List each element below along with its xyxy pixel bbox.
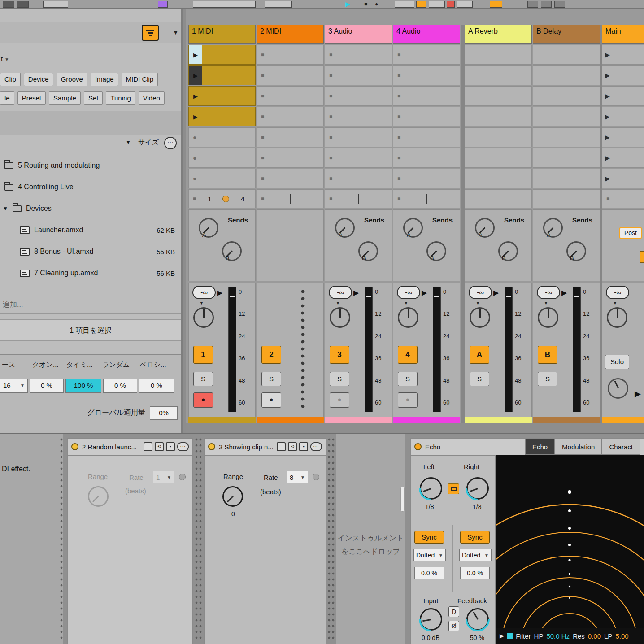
level-meter[interactable]: [505, 287, 513, 412]
input-gain-knob[interactable]: [420, 608, 442, 631]
stop-slot-icon[interactable]: ■: [261, 155, 264, 161]
scene-slot[interactable]: ▶: [602, 169, 644, 188]
filter-on-toggle[interactable]: [507, 633, 513, 639]
stop-slot-icon[interactable]: ■: [397, 93, 400, 99]
more-options-icon[interactable]: ···: [177, 442, 189, 451]
midi-arrangement-overdub-icon[interactable]: [490, 1, 502, 8]
empty-slot[interactable]: ■: [393, 148, 460, 168]
solo-button[interactable]: Solo: [605, 355, 629, 369]
global-amount-field[interactable]: 0%: [150, 406, 178, 420]
disclosure-triangle-icon[interactable]: ▼: [3, 205, 8, 212]
empty-slot[interactable]: ■: [257, 107, 324, 126]
right-sync-mode-select[interactable]: Dotted▼: [459, 549, 492, 561]
save-preset-icon[interactable]: ▪: [299, 442, 308, 451]
arrangement-view-icon[interactable]: [541, 1, 552, 8]
empty-slot[interactable]: ■: [325, 86, 392, 106]
more-options-button[interactable]: ···: [164, 137, 177, 149]
hot-swap-icon[interactable]: ⟲: [155, 442, 164, 451]
empty-slot[interactable]: ●: [188, 127, 256, 147]
stop-slot-icon[interactable]: ■: [261, 72, 264, 78]
send-a-knob[interactable]: [403, 218, 423, 238]
arm-button[interactable]: ●: [193, 392, 213, 408]
clip-launch-icon[interactable]: ▶: [189, 87, 202, 105]
track-activator-button[interactable]: 3: [330, 346, 349, 364]
clip-stop-icon[interactable]: ■: [397, 196, 400, 202]
tag-tuning[interactable]: Tuning: [106, 91, 135, 105]
stop-slot-icon[interactable]: ■: [329, 52, 332, 58]
tag-video[interactable]: Video: [139, 91, 165, 105]
tempo-field[interactable]: [43, 1, 68, 8]
left-time-knob[interactable]: [420, 477, 442, 500]
empty-slot[interactable]: ■: [393, 65, 460, 85]
stereo-link-toggle[interactable]: [448, 483, 459, 494]
pan-knob[interactable]: [398, 307, 418, 328]
rate-select[interactable]: 1▼: [153, 471, 174, 483]
clip-slot-selected[interactable]: ▶: [188, 65, 256, 85]
empty-slot[interactable]: ●: [188, 148, 256, 168]
clip-stop-icon[interactable]: ■: [329, 196, 332, 202]
volume-fader-handle[interactable]: ▶: [422, 288, 427, 297]
send-b-knob[interactable]: [498, 241, 518, 261]
range-knob[interactable]: [88, 486, 109, 507]
right-sync-button[interactable]: Sync: [460, 531, 490, 544]
groove-base-select[interactable]: 16▼: [0, 379, 28, 393]
empty-slot[interactable]: ■: [325, 127, 392, 147]
peak-level-button[interactable]: -∞: [329, 286, 352, 299]
left-time-value[interactable]: 1/8: [425, 503, 434, 510]
clip-launch-icon[interactable]: ▶: [189, 45, 202, 64]
sort-by-size-label[interactable]: サイズ: [138, 138, 159, 147]
empty-slot[interactable]: ■: [325, 148, 392, 168]
groove-random-field[interactable]: 0 %: [103, 379, 137, 393]
empty-slot[interactable]: ■: [325, 169, 392, 188]
device-on-toggle[interactable]: [414, 443, 422, 450]
record-slot-icon[interactable]: ●: [193, 175, 196, 182]
map-mode-icon[interactable]: [277, 442, 286, 451]
send-a-knob[interactable]: [199, 218, 218, 238]
device-on-toggle[interactable]: [208, 443, 215, 450]
track-status-row[interactable]: ■: [325, 189, 392, 208]
res-value[interactable]: 0.00: [588, 632, 601, 640]
device-title-bar[interactable]: 2 Random launc... ⟲ ▪ ···: [67, 438, 193, 455]
send-b-knob[interactable]: [426, 241, 446, 261]
stop-slot-icon[interactable]: ■: [397, 113, 400, 120]
track-header[interactable]: 2 MIDI: [257, 25, 324, 44]
stop-slot-icon[interactable]: ■: [261, 134, 264, 140]
empty-slot[interactable]: ■: [393, 86, 460, 106]
empty-slot[interactable]: ■: [393, 107, 460, 126]
play-icon[interactable]: ▶: [345, 0, 350, 8]
arm-button[interactable]: ●: [330, 392, 349, 408]
stop-slot-icon[interactable]: ■: [329, 134, 332, 140]
feedback-value[interactable]: 50 %: [470, 634, 484, 641]
empty-slot[interactable]: ■: [325, 45, 392, 65]
link-toggle-icon[interactable]: [3, 1, 14, 8]
scene-launch-icon[interactable]: ▶: [605, 92, 610, 100]
pan-knob[interactable]: [330, 307, 350, 328]
solo-button[interactable]: S: [470, 372, 489, 386]
session-view-icon[interactable]: [527, 1, 538, 8]
solo-button[interactable]: S: [261, 372, 281, 386]
send-b-knob[interactable]: [566, 241, 586, 261]
clip-slot[interactable]: ▶: [188, 86, 256, 106]
level-meter[interactable]: [573, 287, 581, 412]
send-a-knob[interactable]: [543, 218, 563, 238]
send-b-knob[interactable]: [222, 241, 242, 261]
rate-select[interactable]: 8▼: [287, 471, 308, 483]
tag-sample[interactable]: Sample: [49, 91, 81, 105]
pan-knob[interactable]: [607, 307, 627, 328]
empty-slot[interactable]: ■: [393, 127, 460, 147]
left-sync-mode-select[interactable]: Dotted▼: [413, 549, 446, 561]
stop-slot-icon[interactable]: ■: [261, 175, 264, 182]
level-meter[interactable]: [228, 287, 236, 412]
clip-slot[interactable]: ▶: [188, 107, 256, 126]
device-drop-area[interactable]: インストゥルメント をここへドロップ: [336, 434, 405, 644]
tap-tempo-icon[interactable]: [17, 1, 29, 8]
browser-item-device[interactable]: Launcher.amxd 62 KB: [0, 219, 181, 241]
scene-launch-icon[interactable]: ▶: [605, 72, 610, 79]
track-header[interactable]: Main: [602, 25, 644, 44]
scene-slot[interactable]: ▶: [602, 45, 644, 65]
tag-device[interactable]: Device: [24, 73, 53, 86]
stop-slot-icon[interactable]: ■: [397, 155, 400, 161]
sort-stub[interactable]: t ▼: [1, 55, 9, 62]
scene-slot[interactable]: ▶: [602, 107, 644, 126]
empty-slot[interactable]: ■: [393, 45, 460, 65]
